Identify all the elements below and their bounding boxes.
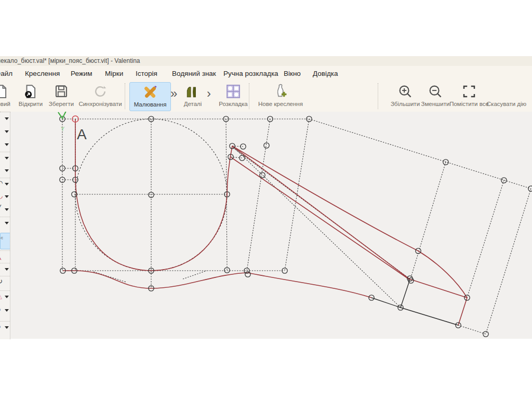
tool-dropdown-arrow-icon: [5, 326, 9, 329]
toolbar-button-label: Відкрити: [14, 100, 47, 108]
toolbar-button-undo[interactable]: Скасувати дію: [483, 82, 530, 110]
toolbar-button-label: Синхронізувати: [75, 100, 125, 108]
menu-bar: ФайлКресленняРежимМіркиІсторіяВодяний зн…: [0, 66, 532, 82]
sidebar-tool-circle[interactable]: ○: [0, 304, 10, 318]
tool-dropdown-arrow-icon: [5, 309, 9, 312]
toolbar-button-label: Зберегти: [45, 100, 78, 108]
sidebar-tool-arc[interactable]: ◠: [0, 178, 10, 191]
zoom-in-icon: [388, 83, 422, 100]
tool-dropdown-arrow-icon: [5, 143, 9, 146]
arc-red-icon: ◡: [0, 192, 3, 200]
sidebar-tool-frag[interactable]: ◦: [0, 217, 10, 231]
mode-chevron-icon: »: [170, 86, 177, 101]
toolbar-button-label: Малювання: [130, 101, 170, 108]
sidebar-tool-frag[interactable]: ◦: [0, 126, 10, 139]
sidebar-tool-rotate[interactable]: ↻: [0, 276, 10, 290]
sidebar-tool-scissors[interactable]: ✄: [0, 233, 10, 249]
tool-dropdown-arrow-icon: [5, 183, 9, 185]
menu-item-6[interactable]: Ручна розкладка: [221, 66, 281, 82]
menu-item-4[interactable]: Історія: [134, 66, 159, 82]
toolbar-button-new-pattern[interactable]: Нове креслення: [255, 82, 307, 110]
sidebar-tool-red-line[interactable]: ╲: [0, 250, 10, 263]
tri-pink-icon: △: [0, 292, 2, 300]
toolbar-button-zoom-in[interactable]: Збільшити: [388, 82, 422, 110]
toolbar-button-label: Скасувати дію: [483, 100, 530, 108]
toolbar-separator: [378, 83, 378, 109]
toolbar-button-save[interactable]: Зберегти: [45, 82, 78, 110]
svg-text:Y: Y: [61, 126, 65, 132]
red-line-icon: ╲: [0, 252, 1, 260]
draw-mode-icon: [130, 83, 170, 101]
sidebar-tool-dot-red[interactable]: ●: [0, 263, 10, 276]
slash-icon: ╱: [0, 205, 1, 213]
none-icon: [483, 83, 530, 100]
sidebar-tool-frag[interactable]: ◦: [0, 113, 10, 126]
mode-chevron-icon: ›: [207, 86, 211, 101]
sidebar-tool-dot-red[interactable]: ●: [0, 165, 10, 178]
menu-item-1[interactable]: Креслення: [23, 66, 62, 82]
sync-icon: [75, 83, 125, 100]
layout-mode-icon: [216, 83, 251, 100]
toolbar-button-layout-mode[interactable]: Розкладка: [216, 82, 251, 110]
tool-dropdown-arrow-icon: [5, 130, 9, 133]
toolbar-button-details-mode[interactable]: Деталі: [178, 82, 207, 110]
toolbar-button-label: Збільшити: [388, 100, 422, 108]
menu-item-5[interactable]: Водяний знак: [170, 66, 218, 82]
tool-sidebar: ◦◦◦◦●◠◡╱◦✄╲●↻△○○: [0, 112, 10, 339]
open-file-icon: [14, 83, 47, 100]
menu-item-0[interactable]: Файл: [0, 66, 15, 82]
menu-item-8[interactable]: Довідка: [311, 66, 340, 82]
tool-dropdown-arrow-icon: [5, 195, 9, 198]
toolbar-button-label: Розкладка: [216, 100, 251, 108]
menu-item-3[interactable]: Мірки: [103, 66, 125, 82]
tool-dropdown-arrow-icon: [5, 157, 9, 159]
new-pattern-icon: [255, 83, 307, 100]
toolbar-button-open-file[interactable]: Відкрити: [14, 82, 47, 110]
details-mode-icon: [178, 83, 207, 100]
sidebar-tool-frag[interactable]: ◦: [0, 139, 10, 152]
toolbar-separator: [249, 83, 249, 109]
pattern-drawing: YA: [10, 112, 532, 339]
tool-dropdown-arrow-icon: [5, 117, 9, 120]
sidebar-tool-tri-pink[interactable]: △: [0, 290, 10, 304]
toolbar-button-sync[interactable]: Синхронізувати: [75, 82, 125, 110]
toolbar-button-draw-mode[interactable]: Малювання: [129, 82, 171, 111]
sidebar-tool-frag-red[interactable]: ◦: [0, 152, 10, 165]
tool-dropdown-arrow-icon: [5, 208, 9, 211]
toolbar-button-label: Нове креслення: [255, 100, 307, 108]
dot-red-icon: ●: [0, 264, 1, 273]
dot-red-icon: ●: [0, 166, 1, 174]
tool-dropdown-arrow-icon: [5, 169, 9, 172]
toolbar-separator: [125, 83, 125, 109]
valentina-app-window: лекало_бюст.val* [мірки_пояс_бюст.vit] -…: [0, 0, 532, 399]
sidebar-tool-circle[interactable]: ○: [0, 321, 10, 337]
drawing-canvas[interactable]: YA: [10, 112, 532, 339]
sidebar-tool-arc-red[interactable]: ◡: [0, 191, 10, 204]
tool-dropdown-arrow-icon: [5, 222, 9, 224]
save-icon: [45, 83, 78, 100]
menu-item-2[interactable]: Режим: [69, 66, 95, 82]
scissors-icon: ✄: [0, 234, 3, 243]
arc-icon: ◠: [0, 179, 3, 188]
title-bar: лекало_бюст.val* [мірки_пояс_бюст.vit] -…: [0, 56, 532, 66]
sidebar-tool-slash[interactable]: ╱: [0, 204, 10, 217]
tool-dropdown-arrow-icon: [5, 296, 9, 298]
circle-icon: ○: [0, 323, 1, 331]
rotate-icon: ↻: [0, 277, 3, 286]
tool-dropdown-arrow-icon: [5, 268, 9, 271]
toolbar: Креслення: Пояс бюста⌄ НовийВідкритиЗбер…: [0, 82, 532, 112]
window-title: лекало_бюст.val* [мірки_пояс_бюст.vit] -…: [0, 56, 140, 66]
toolbar-button-label: Деталі: [178, 100, 207, 108]
point-a-label: A: [77, 126, 87, 142]
circle-icon: ○: [0, 305, 1, 314]
menu-item-7[interactable]: Вікно: [282, 66, 303, 82]
